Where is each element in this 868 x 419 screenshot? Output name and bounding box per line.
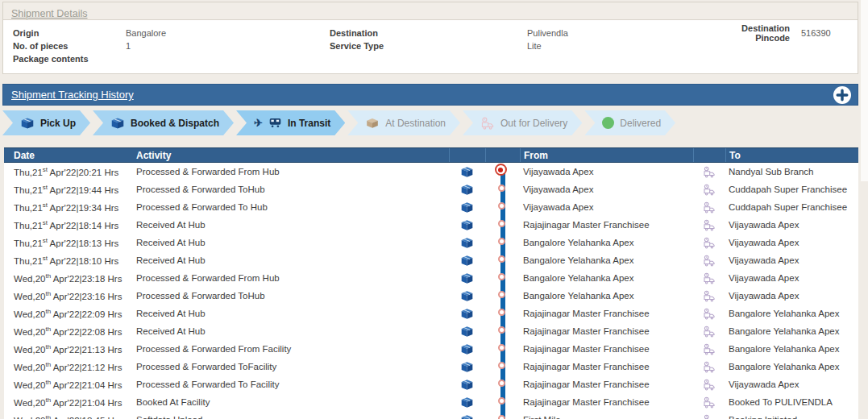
express-truck-icon [703, 272, 716, 284]
shipment-details-title-link[interactable]: Shipment Details [11, 8, 88, 19]
timeline-node [485, 305, 520, 322]
express-truck-icon [703, 396, 716, 409]
express-truck-icon [703, 326, 716, 338]
row-to: Cuddapah Super Franchisee [725, 202, 858, 212]
row-activity: Processed & Forwarded From Hub [133, 167, 449, 176]
row-to: Bangalore Yelahanka Apex [725, 344, 858, 354]
tracking-history-title-link[interactable]: Shipment Tracking History [11, 89, 134, 101]
row-to: Bangalore Yelahanka Apex [725, 309, 858, 318]
row-to: Nandyal Sub Branch [725, 167, 858, 176]
row-to: Vijayawada Apex [725, 380, 858, 389]
express-truck-icon [703, 255, 716, 267]
timeline-node [485, 216, 520, 234]
table-row: Thu,21st Apr'22|18:13 Hrs Received At Hu… [4, 234, 858, 251]
row-activity: Received At Hub [133, 326, 449, 336]
table-row: Thu,21st Apr'22|18:10 Hrs Received At Hu… [4, 251, 858, 269]
step-delivered: Delivered [584, 110, 675, 135]
tracking-history-bar: Shipment Tracking History [2, 84, 858, 106]
service-type-value: Lite [527, 41, 735, 51]
pieces-value: 1 [126, 41, 330, 51]
step-label: Out for Delivery [500, 118, 567, 129]
table-row: Wed,20th Apr'22|22:08 Hrs Received At Hu… [4, 322, 858, 340]
timeline-node [485, 269, 520, 287]
package-icon [460, 361, 474, 373]
row-date: Wed,20th Apr'22|18:45 Hrs [4, 414, 133, 419]
row-date: Wed,20th Apr'22|22:09 Hrs [4, 308, 133, 319]
row-from: Rajajinagar Master Franchisee [520, 362, 693, 371]
row-to: Vijayawada Apex [725, 255, 858, 265]
row-from: Bangalore Yelahanka Apex [520, 291, 693, 301]
package-icon [460, 201, 474, 214]
row-date: Wed,20th Apr'22|21:04 Hrs [4, 379, 133, 390]
express-truck-icon [703, 308, 716, 320]
step-booked-dispatch: Booked & Dispatch [93, 110, 234, 135]
express-truck-icon [703, 343, 716, 355]
header-date: Date [4, 148, 133, 162]
package-icon [460, 326, 474, 338]
step-pick-up: Pick Up [2, 110, 90, 135]
express-truck-icon [703, 184, 716, 196]
package-icon [460, 255, 474, 267]
row-date: Wed,20th Apr'22|23:18 Hrs [4, 272, 133, 284]
table-row: Thu,21st Apr'22|18:14 Hrs Received At Hu… [4, 216, 858, 234]
express-truck-icon [703, 379, 716, 391]
express-truck-icon [703, 290, 716, 302]
timeline-dot [495, 164, 507, 176]
timeline-node [485, 393, 520, 411]
row-activity: Received At Hub [133, 238, 449, 247]
header-activity: Activity [133, 148, 449, 162]
timeline-dot [498, 362, 505, 369]
row-date: Wed,20th Apr'22|21:04 Hrs [4, 396, 133, 408]
plus-icon[interactable] [833, 86, 851, 104]
express-truck-icon [703, 237, 716, 249]
delivery-scooter-icon [480, 117, 495, 130]
timeline-node [485, 358, 520, 375]
row-from: First Mile [520, 415, 693, 419]
table-row: Wed,20th Apr'22|23:16 Hrs Processed & Fo… [4, 287, 858, 305]
step-at-destination: At Destination [347, 110, 460, 135]
package-icon [460, 290, 474, 302]
express-truck-icon [703, 361, 716, 373]
destination-value: Pulivendla [527, 28, 735, 38]
row-activity: Processed & Forwarded ToFacility [133, 362, 449, 371]
express-truck-icon [703, 219, 716, 231]
destination-pincode-label: Destination Pincode [735, 23, 801, 43]
table-row: Thu,21st Apr'22|20:21 Hrs Processed & Fo… [4, 163, 858, 180]
pieces-label: No. of pieces [13, 41, 126, 51]
train-icon [268, 117, 282, 129]
row-to: Booked To PULIVENDLA [725, 397, 858, 407]
timeline-dot [498, 344, 505, 351]
row-activity: Processed & Forwarded ToHub [133, 185, 449, 194]
row-activity: Processed & Forwarded From Facility [133, 344, 449, 354]
step-label: At Destination [385, 118, 446, 129]
timeline-node [485, 322, 520, 340]
tracking-table: Date Activity From To Thu,21st Apr'22|20… [4, 147, 858, 419]
table-row: Wed,20th Apr'22|21:12 Hrs Processed & Fo… [4, 358, 858, 375]
row-activity: Processed & Forwarded To Hub [133, 202, 449, 212]
row-activity: Booked At Facility [133, 397, 449, 407]
row-to: Cuddapah Super Franchisee [725, 185, 858, 194]
timeline-node [485, 198, 520, 216]
row-from: Vijayawada Apex [520, 202, 693, 212]
package-icon [460, 396, 474, 409]
row-activity: Processed & Forwarded ToHub [133, 291, 449, 301]
row-to: Vijayawada Apex [725, 238, 858, 247]
timeline-dot [498, 326, 505, 334]
table-row: Wed,20th Apr'22|21:04 Hrs Booked At Faci… [4, 393, 858, 411]
header-timeline-col [485, 148, 520, 162]
row-from: Rajajinagar Master Franchisee [520, 326, 693, 336]
step-out-for-delivery: Out for Delivery [463, 110, 582, 135]
timeline-node [485, 234, 520, 251]
timeline-dot [498, 309, 505, 316]
status-steps-bar: Pick Up Booked & Dispatch ✈ In Transit A… [2, 110, 868, 135]
step-label: Booked & Dispatch [131, 118, 219, 129]
carton-box-icon [365, 117, 380, 129]
row-from: Bangalore Yelahanka Apex [520, 238, 693, 247]
timeline-node [485, 287, 520, 305]
row-activity: Processed & Forwarded From Hub [133, 273, 449, 283]
row-date: Wed,20th Apr'22|21:13 Hrs [4, 343, 133, 355]
row-from: Rajajinagar Master Franchisee [520, 380, 693, 389]
row-date: Wed,20th Apr'22|21:12 Hrs [4, 361, 133, 372]
green-dot-icon [602, 117, 614, 129]
scrollbar-track[interactable] [861, 0, 868, 181]
